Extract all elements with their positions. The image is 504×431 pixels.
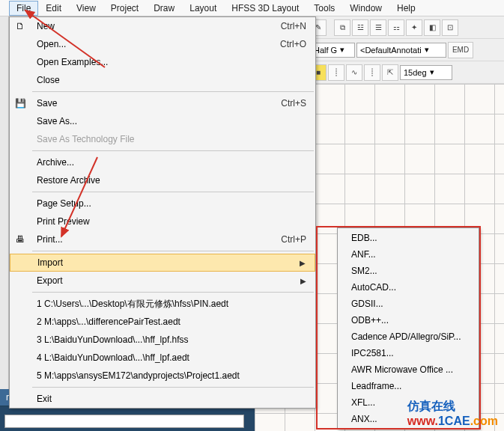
file-new[interactable]: 🗋 New Ctrl+N [10, 17, 315, 35]
import-leadframe[interactable]: Leadframe... [338, 378, 479, 394]
file-recent-1[interactable]: 1 C:\Users\...\Desktop\有限元修炼\hfss\PIN.ae… [10, 295, 315, 313]
import-awr[interactable]: AWR Microwave Office ... [338, 361, 479, 378]
import-edb-label: EDB... [351, 233, 377, 243]
menu-edit[interactable]: Edit [38, 1, 69, 16]
toolbar-button[interactable]: ⚏ [388, 19, 404, 36]
dropdown-half-g[interactable]: Half G ▾ [310, 43, 355, 58]
toolbar-button[interactable]: ☰ [370, 19, 386, 36]
file-recent-4-label: 4 L:\BaiduYunDownload\...\hff_lpf.aedt [31, 352, 306, 363]
toolbar-button[interactable]: ⧉ [334, 19, 350, 36]
menu-tools[interactable]: Tools [306, 1, 342, 16]
menu-view[interactable]: View [69, 1, 103, 16]
import-gdsii-label: GDSII... [351, 299, 383, 309]
angle-value: 15deg [404, 68, 427, 77]
file-exit[interactable]: Exit [10, 390, 315, 408]
file-new-label: New [31, 21, 281, 31]
file-page-setup[interactable]: Page Setup... [10, 195, 315, 213]
menu-window[interactable]: Window [342, 1, 389, 16]
file-save-shortcut: Ctrl+S [281, 98, 306, 108]
file-close[interactable]: Close [10, 71, 315, 89]
import-autocad[interactable]: AutoCAD... [338, 279, 479, 296]
submenu-arrow-icon: ▶ [300, 277, 306, 285]
file-recent-4[interactable]: 4 L:\BaiduYunDownload\...\hff_lpf.aedt [10, 349, 315, 367]
import-anx-label: ANX... [351, 414, 377, 424]
file-close-label: Close [31, 75, 306, 85]
file-exit-label: Exit [31, 394, 306, 404]
file-recent-1-label: 1 C:\Users\...\Desktop\有限元修炼\hfss\PIN.ae… [31, 298, 306, 311]
toolbar-area: ✎ ⧉ ☳ ☰ ⚏ ✦ ◧ ⊡ Half G ▾ <DefaultAnnotat… [307, 16, 504, 84]
import-sm2[interactable]: SM2... [338, 263, 479, 279]
import-autocad-label: AutoCAD... [351, 282, 396, 293]
submenu-arrow-icon: ▶ [300, 259, 306, 267]
dropdown-annotation-value: <DefaultAnnotati [360, 46, 422, 55]
toolbar-button[interactable]: ✦ [406, 19, 422, 36]
left-icon-strip [0, 16, 9, 398]
file-recent-5[interactable]: 5 M:\apps\ansysEM172\andyprojects\Projec… [10, 367, 315, 385]
import-cadence[interactable]: Cadence APD/Allegro/SiP... [338, 328, 479, 345]
file-import-label: Import [31, 257, 300, 268]
import-leadframe-label: Leadframe... [351, 381, 401, 391]
emd-button[interactable]: EMD [448, 42, 473, 58]
file-open-examples[interactable]: Open Examples... [10, 53, 315, 71]
toolbar-button-tick[interactable]: ⇱ [382, 64, 398, 81]
menu-draw[interactable]: Draw [146, 1, 182, 16]
import-anx[interactable]: ANX... [338, 411, 479, 427]
import-edb[interactable]: EDB... [338, 230, 479, 246]
import-xfl-label: XFL... [351, 397, 375, 408]
toolbar-button[interactable]: ◧ [424, 19, 440, 36]
toolbar-button-wave[interactable]: ∿ [346, 64, 362, 81]
menu-project[interactable]: Project [103, 1, 146, 16]
import-anf-label: ANF... [351, 249, 376, 260]
file-recent-3[interactable]: 3 L:\BaiduYunDownload\...\hff_lpf.hfss [10, 331, 315, 349]
file-menu-dropdown: 🗋 New Ctrl+N Open... Ctrl+O Open Example… [9, 16, 316, 409]
file-restore-archive-label: Restore Archive [31, 175, 306, 186]
dropdown-annotation[interactable]: <DefaultAnnotati ▾ [356, 43, 446, 58]
file-page-setup-label: Page Setup... [31, 198, 306, 209]
file-recent-2-label: 2 M:\apps\...\differencePairTest.aedt [31, 317, 306, 327]
toolbar-button[interactable]: ☳ [352, 19, 368, 36]
toolbar-button[interactable]: ⊡ [442, 19, 458, 36]
menu-layout[interactable]: Layout [182, 1, 224, 16]
import-sm2-label: SM2... [351, 266, 377, 276]
file-archive-label: Archive... [31, 157, 306, 168]
file-print-preview-label: Print Preview [31, 216, 306, 227]
file-restore-archive[interactable]: Restore Archive [10, 171, 315, 189]
file-print-label: Print... [31, 234, 281, 245]
toolbar-separator: ┊ [328, 64, 344, 81]
chevron-down-icon: ▾ [340, 45, 344, 55]
file-save[interactable]: 💾 Save Ctrl+S [10, 94, 315, 112]
file-print-shortcut: Ctrl+P [281, 234, 306, 245]
file-export-label: Export [31, 275, 300, 286]
import-awr-label: AWR Microwave Office ... [351, 364, 453, 375]
file-import[interactable]: Import ▶ [10, 254, 315, 272]
file-export[interactable]: Export ▶ [10, 272, 315, 290]
menu-help[interactable]: Help [389, 1, 423, 16]
file-recent-3-label: 3 L:\BaiduYunDownload\...\hff_lpf.hfss [31, 334, 306, 345]
import-odb-label: ODB++... [351, 315, 389, 325]
import-anf[interactable]: ANF... [338, 246, 479, 263]
import-submenu: EDB... ANF... SM2... AutoCAD... GDSII...… [337, 227, 479, 430]
import-ipc2581[interactable]: IPC2581... [338, 345, 479, 361]
file-print-preview[interactable]: Print Preview [10, 213, 315, 230]
file-save-as-tech-label: Save As Technology File [31, 134, 306, 144]
file-save-as-label: Save As... [31, 116, 306, 126]
file-save-as-tech: Save As Technology File [10, 130, 315, 148]
import-gdsii[interactable]: GDSII... [338, 296, 479, 312]
dropdown-half-g-value: Half G [314, 46, 337, 55]
file-save-as[interactable]: Save As... [10, 112, 315, 130]
file-recent-2[interactable]: 2 M:\apps\...\differencePairTest.aedt [10, 313, 315, 331]
import-odb[interactable]: ODB++... [338, 312, 479, 328]
angle-select[interactable]: 15deg ▾ [400, 65, 452, 80]
file-open[interactable]: Open... Ctrl+O [10, 35, 315, 53]
import-xfl[interactable]: XFL... [338, 394, 479, 411]
menu-hfss-3d-layout[interactable]: HFSS 3D Layout [224, 1, 306, 16]
file-print[interactable]: 🖶 Print... Ctrl+P [10, 230, 315, 248]
file-recent-5-label: 5 M:\apps\ansysEM172\andyprojects\Projec… [31, 370, 306, 381]
import-cadence-label: Cadence APD/Allegro/SiP... [351, 331, 461, 342]
menu-file[interactable]: File [9, 1, 38, 16]
properties-tab-strip[interactable] [4, 415, 244, 428]
file-open-shortcut: Ctrl+O [280, 39, 306, 49]
file-open-examples-label: Open Examples... [31, 57, 306, 67]
chevron-down-icon: ▾ [425, 45, 429, 55]
file-archive[interactable]: Archive... [10, 153, 315, 171]
